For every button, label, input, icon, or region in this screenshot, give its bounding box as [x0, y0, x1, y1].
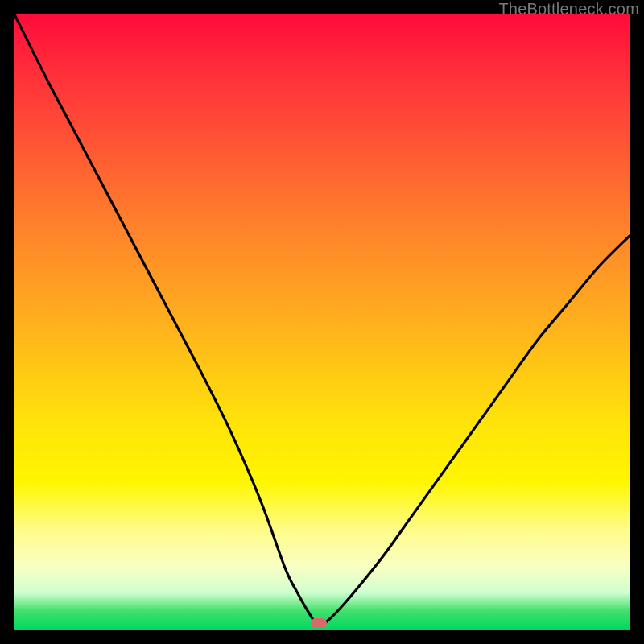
plot-area: [14, 14, 630, 630]
watermark-text: TheBottleneck.com: [498, 0, 639, 19]
optimal-point-marker: [311, 618, 327, 628]
bottleneck-curve: [14, 14, 630, 630]
chart-frame: TheBottleneck.com: [0, 0, 644, 644]
